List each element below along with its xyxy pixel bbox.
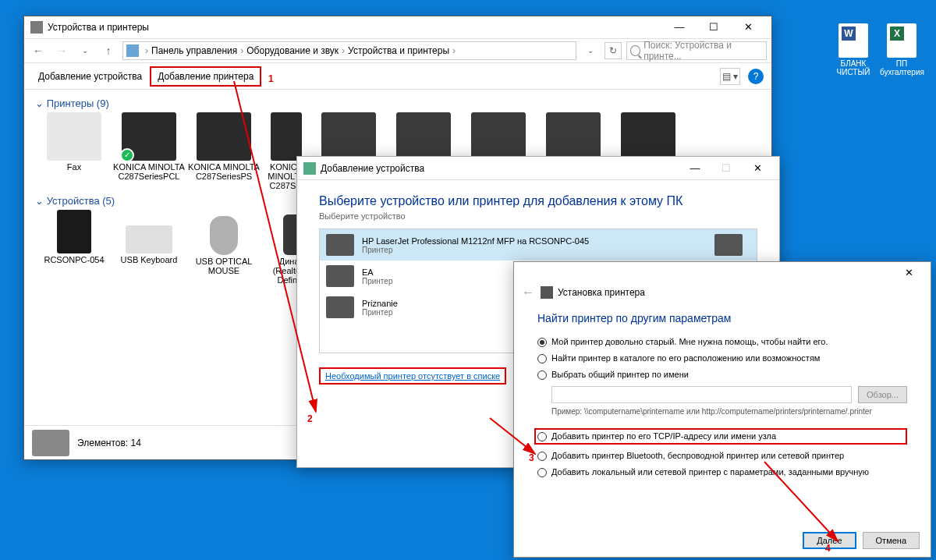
close-button[interactable]: ✕: [893, 262, 924, 284]
radio-icon: [537, 338, 547, 347]
share-name-input[interactable]: [551, 386, 852, 403]
mfp-icon: [197, 112, 251, 161]
help-button[interactable]: ?: [748, 69, 764, 84]
mouse-icon: [210, 216, 238, 255]
device-item[interactable]: USB Keyboard: [113, 210, 185, 285]
wiz1-heading: Выберите устройство или принтер для доба…: [319, 194, 757, 208]
radio-icon: [537, 354, 547, 363]
explorer-titlebar[interactable]: Устройства и принтеры — ☐ ✕: [24, 16, 771, 38]
annotation-2: 2: [307, 413, 313, 424]
printer-icon: [714, 234, 743, 256]
wiz1-title: Добавление устройства: [321, 163, 424, 174]
view-button[interactable]: ▤ ▾: [720, 68, 740, 85]
radio-tcpip[interactable]: Добавить принтер по его TCP/IP-адресу ил…: [534, 428, 907, 445]
command-bar: Добавление устройства Добавление принтер…: [24, 63, 771, 90]
close-button[interactable]: ✕: [731, 16, 765, 38]
printer-icon: [326, 265, 354, 287]
wiz2-nav: ← Установка принтера: [514, 284, 931, 301]
desktop-icon-excel[interactable]: ПП бухгалтерия: [880, 23, 924, 76]
wiz2-nav-title: Установка принтера: [558, 287, 645, 298]
radio-shared-name[interactable]: Выбрать общий принтер по имени: [537, 370, 907, 380]
printer-icon: [326, 296, 354, 318]
nav-bar: ← → ⌄ ↑ › Панель управления› Оборудовани…: [24, 38, 771, 63]
printer-item[interactable]: Fax: [38, 112, 110, 190]
browse-button[interactable]: Обзор...: [858, 386, 907, 403]
window-title: Устройства и принтеры: [48, 22, 149, 33]
back-button[interactable]: ←: [522, 285, 534, 299]
maximize-button[interactable]: ☐: [711, 158, 742, 179]
radio-old-printer[interactable]: Мой принтер довольно старый. Мне нужна п…: [537, 337, 907, 347]
default-badge: [120, 148, 134, 162]
breadcrumb-dropdown[interactable]: ⌄: [581, 41, 600, 60]
refresh-button[interactable]: ↻: [604, 42, 622, 59]
forward-button[interactable]: →: [52, 41, 71, 60]
printer-item[interactable]: KONICA MINOLTA C287SeriesPCL: [113, 112, 185, 190]
wiz2-heading: Найти принтер по другим параметрам: [537, 312, 907, 324]
printer-icon: [396, 112, 451, 161]
annotation-4: 4: [825, 543, 831, 554]
printer-icon: [546, 112, 601, 161]
minimize-button[interactable]: —: [662, 16, 697, 38]
wiz2-titlebar[interactable]: ✕: [514, 262, 931, 284]
excel-icon: [887, 23, 916, 58]
camera-icon: [32, 430, 69, 456]
add-device-cmd[interactable]: Добавление устройства: [32, 68, 148, 85]
wiz1-sub: Выберите устройство: [319, 211, 757, 221]
device-item[interactable]: USB OPTICAL MOUSE: [188, 210, 260, 285]
printer-icon: [326, 234, 354, 256]
pc-icon: [57, 210, 91, 253]
device-item[interactable]: RCSONPC-054: [38, 210, 110, 285]
search-input[interactable]: Поиск: Устройства и принте...: [626, 41, 767, 60]
radio-icon: [537, 452, 547, 461]
radio-bluetooth[interactable]: Добавить принтер Bluetooth, беспроводной…: [537, 451, 907, 461]
add-printer-cmd[interactable]: Добавление принтера: [150, 66, 261, 87]
mfp-icon: [621, 112, 675, 161]
radio-icon: [537, 370, 547, 380]
keyboard-icon: [126, 225, 172, 253]
maximize-button[interactable]: ☐: [697, 16, 731, 38]
cancel-button[interactable]: Отмена: [863, 532, 920, 549]
printer-item[interactable]: KONICA MINOLTA C287SeriesPS: [188, 112, 260, 190]
printer-not-listed-link[interactable]: Необходимый принтер отсутствует в списке: [319, 367, 506, 385]
device-list-item[interactable]: HP LaserJet Professional M1212nf MFP на …: [320, 229, 757, 261]
mfp-icon: [271, 112, 302, 161]
up-button[interactable]: ↑: [99, 41, 118, 60]
radio-manual[interactable]: Добавить локальный или сетевой принтер с…: [537, 467, 907, 477]
back-button[interactable]: ←: [29, 41, 48, 60]
recent-dropdown[interactable]: ⌄: [76, 41, 94, 60]
printers-group-header[interactable]: Принтеры (9): [35, 97, 757, 109]
annotation-1: 1: [268, 73, 274, 84]
radio-directory[interactable]: Найти принтер в каталоге по его располож…: [537, 353, 907, 363]
fax-icon: [47, 112, 101, 161]
annotation-3: 3: [529, 452, 534, 463]
radio-icon: [537, 468, 547, 477]
minimize-button[interactable]: —: [679, 158, 711, 179]
desktop-icon-word[interactable]: БЛАНК ЧИСТЫЙ: [831, 23, 875, 76]
printer-icon: [471, 112, 526, 161]
printer-icon: [541, 286, 553, 299]
close-button[interactable]: ✕: [742, 158, 773, 179]
word-icon: [838, 23, 868, 58]
search-icon: [630, 45, 640, 56]
install-printer-wizard: ✕ ← Установка принтера Найти принтер по …: [513, 261, 931, 558]
example-text: Пример: \\computername\printername или h…: [551, 406, 907, 417]
control-panel-icon: [126, 44, 139, 57]
mfp-icon: [122, 112, 176, 161]
devices-printers-icon: [30, 21, 43, 34]
breadcrumb[interactable]: › Панель управления› Оборудование и звук…: [122, 41, 576, 60]
device-icon: [303, 162, 316, 175]
status-text: Элементов: 14: [77, 438, 141, 448]
wiz1-titlebar[interactable]: Добавление устройства — ☐ ✕: [297, 157, 779, 180]
printer-icon: [321, 112, 376, 161]
radio-icon: [537, 432, 547, 441]
